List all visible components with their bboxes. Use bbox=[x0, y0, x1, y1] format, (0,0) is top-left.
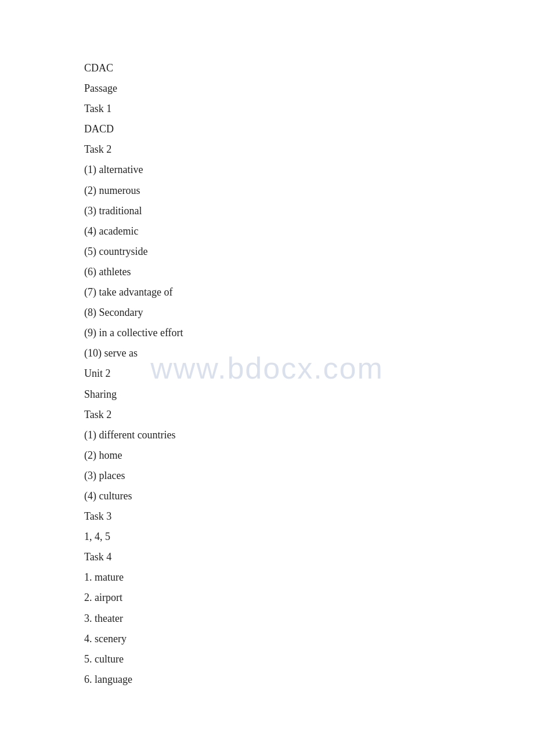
text-line: (2) home bbox=[84, 445, 450, 466]
text-line: 6. language bbox=[84, 669, 450, 690]
text-line: CDAC bbox=[84, 58, 450, 78]
text-line: 2. airport bbox=[84, 588, 450, 608]
text-line: Passage bbox=[84, 78, 450, 99]
text-line: Task 3 bbox=[84, 506, 450, 527]
text-line: (4) academic bbox=[84, 221, 450, 242]
text-line: (7) take advantage of bbox=[84, 282, 450, 303]
text-line: Task 2 bbox=[84, 139, 450, 160]
text-line: (3) traditional bbox=[84, 201, 450, 221]
text-line: 1, 4, 5 bbox=[84, 527, 450, 547]
text-line: (8) Secondary bbox=[84, 303, 450, 323]
text-line: Task 4 bbox=[84, 547, 450, 567]
text-line: (1) alternative bbox=[84, 160, 450, 180]
text-line: Unit 2 bbox=[84, 363, 450, 384]
text-line: (6) athletes bbox=[84, 262, 450, 282]
text-line: 5. culture bbox=[84, 649, 450, 669]
text-line: 1. mature bbox=[84, 567, 450, 588]
text-line: (10) serve as bbox=[84, 343, 450, 363]
text-line: 3. theater bbox=[84, 609, 450, 629]
text-line: (1) different countries bbox=[84, 425, 450, 445]
text-line: (9) in a collective effort bbox=[84, 323, 450, 343]
text-line: Task 1 bbox=[84, 99, 450, 119]
text-line: DACD bbox=[84, 119, 450, 139]
content-lines: CDACPassageTask 1DACDTask 2(1) alternati… bbox=[84, 58, 450, 690]
text-line: (4) cultures bbox=[84, 486, 450, 506]
text-line: (3) places bbox=[84, 466, 450, 486]
text-line: (2) numerous bbox=[84, 181, 450, 201]
page-content: www.bdocx.com CDACPassageTask 1DACDTask … bbox=[0, 0, 534, 736]
text-line: (5) countryside bbox=[84, 242, 450, 262]
text-line: Sharing bbox=[84, 384, 450, 405]
text-line: Task 2 bbox=[84, 405, 450, 425]
text-line: 4. scenery bbox=[84, 629, 450, 649]
